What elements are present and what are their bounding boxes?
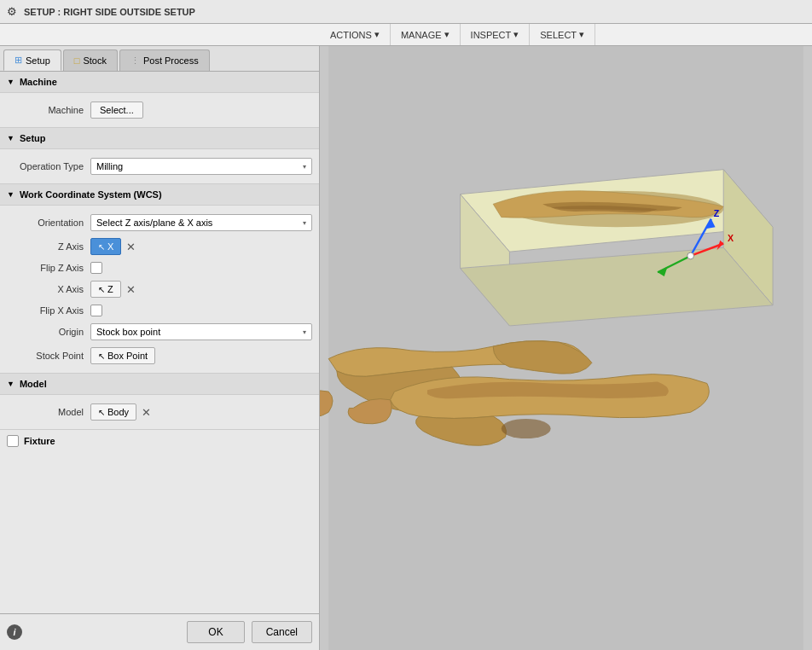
z-axis-cursor-icon: ↖ <box>98 242 105 252</box>
manage-menu[interactable]: MANAGE ▾ <box>391 24 461 45</box>
flip-z-axis-checkbox[interactable] <box>90 262 102 274</box>
stock-point-button[interactable]: ↖ Box Point <box>90 347 155 364</box>
setup-chevron-icon: ▼ <box>7 134 14 142</box>
info-icon[interactable]: i <box>7 624 22 640</box>
tab-setup[interactable]: ⊞ Setup <box>3 49 61 71</box>
origin-control: Stock box point ▾ <box>90 323 312 340</box>
title-bar: ⚙ SETUP : RIGHT SIDE OUTSIDE SETUP <box>0 0 812 24</box>
cancel-button[interactable]: Cancel <box>252 621 312 643</box>
model-field-row: Model ↖ Body ✕ <box>0 400 319 424</box>
inspect-chevron-icon: ▾ <box>513 29 519 40</box>
left-panel: ⊞ Setup □ Stock ⋮ Post Process ▼ Machine… <box>0 46 320 650</box>
z-axis-label: Z Axis <box>7 241 84 252</box>
model-control: ↖ Body ✕ <box>90 403 312 421</box>
flip-x-axis-label: Flip X Axis <box>7 305 84 316</box>
postprocess-tab-icon: ⋮ <box>130 55 140 67</box>
x-axis-select-button[interactable]: ↖ Z <box>90 281 121 298</box>
x-axis-field-row: X Axis ↖ Z ✕ <box>0 277 319 301</box>
machine-section-label: Machine <box>20 77 57 87</box>
origin-label: Origin <box>7 327 84 337</box>
setup-section-label: Setup <box>20 133 46 143</box>
x-axis-control: ↖ Z ✕ <box>90 281 312 298</box>
select-menu[interactable]: SELECT ▾ <box>530 24 595 45</box>
stock-point-cursor-icon: ↖ <box>98 351 105 361</box>
model-chevron-icon: ▼ <box>7 380 14 388</box>
machine-chevron-icon: ▼ <box>7 78 14 86</box>
tab-bar: ⊞ Setup □ Stock ⋮ Post Process <box>0 46 319 72</box>
flip-x-axis-field-row: Flip X Axis <box>0 301 319 320</box>
manage-chevron-icon: ▾ <box>444 29 450 40</box>
x-axis-clear-button[interactable]: ✕ <box>125 283 137 296</box>
actions-menu[interactable]: ACTIONS ▾ <box>320 24 391 45</box>
orientation-control: Select Z axis/plane & X axis ▾ <box>90 214 312 231</box>
main-layout: ⊞ Setup □ Stock ⋮ Post Process ▼ Machine… <box>0 46 812 650</box>
machine-control: Select... <box>90 102 312 119</box>
x-axis-cursor-icon: ↖ <box>98 285 105 294</box>
operation-type-arrow-icon: ▾ <box>303 163 306 171</box>
flip-x-axis-control <box>90 305 312 316</box>
stock-point-control: ↖ Box Point <box>90 347 312 364</box>
bottom-bar: i OK Cancel <box>0 613 319 650</box>
orientation-field-row: Orientation Select Z axis/plane & X axis… <box>0 211 319 235</box>
stock-point-field-row: Stock Point ↖ Box Point <box>0 344 319 368</box>
operation-type-field-row: Operation Type Milling ▾ <box>0 154 319 178</box>
operation-type-control: Milling ▾ <box>90 158 312 175</box>
svg-text:Z: Z <box>714 208 720 218</box>
stock-point-label: Stock Point <box>7 351 84 361</box>
orientation-arrow-icon: ▾ <box>303 219 306 227</box>
model-clear-button[interactable]: ✕ <box>140 406 153 419</box>
setup-section-body: Operation Type Milling ▾ <box>0 149 319 184</box>
wcs-section-header[interactable]: ▼ Work Coordinate System (WCS) <box>0 184 319 206</box>
fixture-section-header[interactable]: Fixture <box>0 430 319 452</box>
z-axis-field-row: Z Axis ↖ X ✕ <box>0 235 319 258</box>
operation-type-label: Operation Type <box>7 161 84 171</box>
flip-x-axis-checkbox[interactable] <box>90 305 102 316</box>
flip-z-axis-field-row: Flip Z Axis <box>0 258 319 277</box>
wcs-section-body: Orientation Select Z axis/plane & X axis… <box>0 206 319 374</box>
origin-field-row: Origin Stock box point ▾ <box>0 320 319 344</box>
wcs-chevron-icon: ▼ <box>7 190 14 199</box>
machine-label: Machine <box>7 105 84 115</box>
tab-postprocess[interactable]: ⋮ Post Process <box>119 49 210 71</box>
tab-stock[interactable]: □ Stock <box>63 49 118 71</box>
z-axis-select-button[interactable]: ↖ X <box>90 238 121 255</box>
operation-type-dropdown[interactable]: Milling ▾ <box>90 158 312 175</box>
actions-chevron-icon: ▾ <box>374 29 380 40</box>
machine-field-row: Machine Select... <box>0 98 319 122</box>
z-axis-control: ↖ X ✕ <box>90 238 312 255</box>
stock-tab-icon: □ <box>74 55 80 66</box>
3d-viewport-canvas: X Z <box>320 46 812 650</box>
orientation-dropdown[interactable]: Select Z axis/plane & X axis ▾ <box>90 214 312 231</box>
origin-dropdown[interactable]: Stock box point ▾ <box>90 323 312 340</box>
panel-content: ▼ Machine Machine Select... ▼ Setup Oper… <box>0 72 319 613</box>
fixture-label: Fixture <box>24 436 55 446</box>
machine-section-header[interactable]: ▼ Machine <box>0 72 319 93</box>
inspect-menu[interactable]: INSPECT ▾ <box>461 24 531 45</box>
model-section-body: Model ↖ Body ✕ <box>0 395 319 430</box>
x-axis-label: X Axis <box>7 284 84 294</box>
z-axis-clear-button[interactable]: ✕ <box>125 241 137 253</box>
window-title: SETUP : RIGHT SIDE OUTSIDE SETUP <box>24 7 195 17</box>
setup-section-header[interactable]: ▼ Setup <box>0 128 319 149</box>
setup-tab-icon: ⊞ <box>14 55 22 66</box>
svg-point-14 <box>687 252 694 259</box>
model-label: Model <box>7 407 84 417</box>
svg-text:X: X <box>728 233 734 243</box>
ok-button[interactable]: OK <box>187 621 244 643</box>
select-chevron-icon: ▾ <box>579 29 584 40</box>
model-section-header[interactable]: ▼ Model <box>0 374 319 395</box>
viewport: X Z <box>320 46 812 650</box>
model-section-label: Model <box>20 379 47 389</box>
svg-point-15 <box>502 419 551 438</box>
model-body-button[interactable]: ↖ Body <box>90 403 136 421</box>
machine-select-button[interactable]: Select... <box>90 102 143 119</box>
flip-z-axis-label: Flip Z Axis <box>7 263 84 273</box>
fixture-checkbox[interactable] <box>7 435 19 447</box>
model-cursor-icon: ↖ <box>98 408 105 417</box>
flip-z-axis-control <box>90 262 312 274</box>
origin-arrow-icon: ▾ <box>303 328 306 336</box>
wcs-section-label: Work Coordinate System (WCS) <box>20 189 162 200</box>
orientation-label: Orientation <box>7 218 84 228</box>
top-nav: ACTIONS ▾ MANAGE ▾ INSPECT ▾ SELECT ▾ <box>0 24 812 46</box>
machine-section-body: Machine Select... <box>0 93 319 128</box>
